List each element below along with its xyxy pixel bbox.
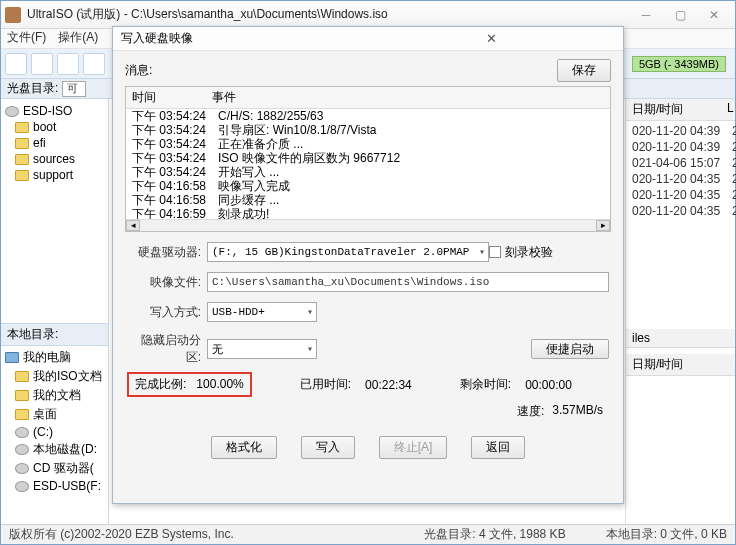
image-label: 映像文件: xyxy=(127,274,207,291)
col-files: iles xyxy=(626,329,735,348)
tree-item[interactable]: 桌面 xyxy=(33,406,57,423)
tree-item[interactable]: (C:) xyxy=(33,425,53,439)
message-label: 消息: xyxy=(125,62,152,79)
drive-icon xyxy=(15,427,29,438)
log-time: 下午 04:16:59 xyxy=(132,207,218,219)
write-method-combo[interactable]: USB-HDD+ xyxy=(207,302,317,322)
scroll-left-icon[interactable]: ◂ xyxy=(126,220,140,231)
quickboot-button[interactable]: 便捷启动 xyxy=(531,339,609,359)
method-label: 写入方式: xyxy=(127,304,207,321)
toolbar-button[interactable] xyxy=(57,53,79,75)
minimize-button[interactable]: ─ xyxy=(629,5,663,25)
drive-icon xyxy=(15,463,29,474)
log-time: 下午 04:16:58 xyxy=(132,179,218,193)
log-row: 下午 04:16:58映像写入完成 xyxy=(126,179,610,193)
log-event: C/H/S: 1882/255/63 xyxy=(218,109,610,123)
menu-file[interactable]: 文件(F) xyxy=(7,29,46,48)
status-local: 本地目录: 0 文件, 0 KB xyxy=(606,526,727,543)
disc-tree: ESD-ISO boot efi sources support 本地目录: 我… xyxy=(1,99,109,524)
tree-item[interactable]: support xyxy=(33,168,73,182)
window-title: UltraISO (试用版) - C:\Users\samantha_xu\Do… xyxy=(27,6,629,23)
tree-item[interactable]: 我的ISO文档 xyxy=(33,368,102,385)
tree-item[interactable]: sources xyxy=(33,152,75,166)
tree-item[interactable]: 本地磁盘(D: xyxy=(33,441,97,458)
abort-button[interactable]: 终止[A] xyxy=(379,436,448,459)
log-event: 同步缓存 ... xyxy=(218,193,610,207)
folder-icon xyxy=(15,390,29,401)
menu-action[interactable]: 操作(A) xyxy=(58,29,98,48)
drive-combo[interactable]: (F:, 15 GB)KingstonDataTraveler 2.0PMAP xyxy=(207,242,489,262)
col-date: 日期/时间 xyxy=(626,99,721,121)
log-row: 下午 04:16:59刻录成功! xyxy=(126,207,610,219)
toolbar-button[interactable] xyxy=(83,53,105,75)
log-row: 下午 03:54:24开始写入 ... xyxy=(126,165,610,179)
log-event: ISO 映像文件的扇区数为 9667712 xyxy=(218,151,610,165)
scroll-right-icon[interactable]: ▸ xyxy=(596,220,610,231)
hidden-label: 隐藏启动分区: xyxy=(127,332,207,366)
copyright: 版权所有 (c)2002-2020 EZB Systems, Inc. xyxy=(9,526,234,543)
log-row: 下午 03:54:24C/H/S: 1882/255/63 xyxy=(126,109,610,123)
tree-item[interactable]: efi xyxy=(33,136,46,150)
log-event: 开始写入 ... xyxy=(218,165,610,179)
tree-item[interactable]: CD 驱动器( xyxy=(33,460,94,477)
hidden-boot-combo[interactable]: 无 xyxy=(207,339,317,359)
folder-icon xyxy=(15,154,29,165)
verify-checkbox[interactable]: 刻录校验 xyxy=(489,244,609,261)
tree-item[interactable]: ESD-USB(F: xyxy=(33,479,101,493)
folder-icon xyxy=(15,409,29,420)
back-button[interactable]: 返回 xyxy=(471,436,525,459)
log-time: 下午 03:54:24 xyxy=(132,137,218,151)
pct-value: 100.00% xyxy=(196,377,243,391)
dialog-close-button[interactable]: ✕ xyxy=(368,31,615,46)
list-item[interactable]: 020-11-20 04:39 xyxy=(626,139,726,155)
log-row: 下午 03:54:24正在准备介质 ... xyxy=(126,137,610,151)
pc-icon xyxy=(5,352,19,363)
drive-label: 硬盘驱动器: xyxy=(127,244,207,261)
folder-icon xyxy=(15,122,29,133)
remain-value: 00:00:00 xyxy=(525,378,572,392)
tree-item[interactable]: 我的电脑 xyxy=(23,349,71,366)
status-disc: 光盘目录: 4 文件, 1988 KB xyxy=(424,526,565,543)
log-event: 正在准备介质 ... xyxy=(218,137,610,151)
disc-dir-field[interactable]: 可 xyxy=(62,81,86,97)
col-date2: 日期/时间 xyxy=(626,354,735,376)
log-row: 下午 03:54:24引导扇区: Win10/8.1/8/7/Vista xyxy=(126,123,610,137)
list-item[interactable]: 020-11-20 04:35 xyxy=(626,171,726,187)
tree-item[interactable]: 我的文档 xyxy=(33,387,81,404)
elapsed-value: 00:22:34 xyxy=(365,378,412,392)
list-item[interactable]: 020-11-20 04:35 xyxy=(626,187,726,203)
log-time: 下午 03:54:24 xyxy=(132,165,218,179)
log-time: 下午 03:54:24 xyxy=(132,109,218,123)
statusbar: 版权所有 (c)2002-2020 EZB Systems, Inc. 光盘目录… xyxy=(1,524,735,544)
drive-icon xyxy=(15,444,29,455)
log-row: 下午 04:16:58同步缓存 ... xyxy=(126,193,610,207)
folder-icon xyxy=(15,371,29,382)
log-col-event: 事件 xyxy=(212,89,610,106)
tree-item[interactable]: ESD-ISO xyxy=(23,104,72,118)
log-col-time: 时间 xyxy=(126,89,212,106)
toolbar-button[interactable] xyxy=(31,53,53,75)
log-event: 映像写入完成 xyxy=(218,179,610,193)
list-item[interactable]: 020-11-20 04:35 xyxy=(626,203,726,219)
log-time: 下午 04:16:58 xyxy=(132,193,218,207)
maximize-button[interactable]: ▢ xyxy=(663,5,697,25)
format-button[interactable]: 格式化 xyxy=(211,436,277,459)
folder-icon xyxy=(15,170,29,181)
toolbar-button[interactable] xyxy=(5,53,27,75)
list-item[interactable]: 020-11-20 04:39 xyxy=(626,123,726,139)
log-event: 刻录成功! xyxy=(218,207,610,219)
write-button[interactable]: 写入 xyxy=(301,436,355,459)
list-item[interactable]: 021-04-06 15:07 xyxy=(626,155,726,171)
close-button[interactable]: ✕ xyxy=(697,5,731,25)
tree-item[interactable]: boot xyxy=(33,120,56,134)
capacity-chip: 5GB (- 3439MB) xyxy=(632,56,726,72)
h-scrollbar[interactable]: ◂ ▸ xyxy=(126,219,610,231)
disc-dir-label: 光盘目录: xyxy=(7,80,58,97)
cd-icon xyxy=(5,106,19,117)
log-time: 下午 03:54:24 xyxy=(132,151,218,165)
progress-highlight: 完成比例: 100.00% xyxy=(127,372,252,397)
image-path-field[interactable]: C:\Users\samantha_xu\Documents\Windows.i… xyxy=(207,272,609,292)
save-button[interactable]: 保存 xyxy=(557,59,611,82)
elapsed-label: 已用时间: xyxy=(300,376,351,393)
speed-value: 3.57MB/s xyxy=(552,403,603,420)
